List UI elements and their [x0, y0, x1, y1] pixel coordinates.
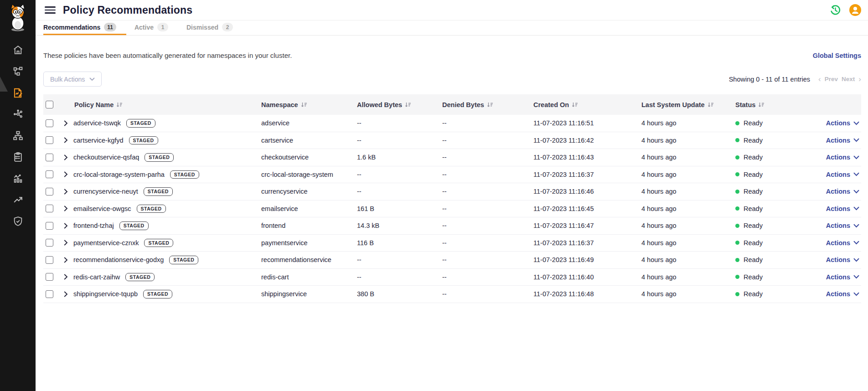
policy-name[interactable]: adservice-tswqk — [73, 119, 121, 127]
status-dot — [735, 121, 739, 125]
sort-icon[interactable] — [405, 102, 411, 108]
row-checkbox[interactable] — [46, 256, 53, 264]
sort-icon[interactable] — [758, 102, 765, 108]
table-row: currencyservice-neuyt STAGED currencyser… — [43, 183, 861, 201]
chevron-right-icon[interactable]: › — [858, 75, 861, 83]
policy-name[interactable]: redis-cart-zaihw — [73, 273, 120, 281]
last-update-cell: 4 hours ago — [641, 188, 735, 195]
status-cell: Ready — [735, 119, 816, 127]
row-checkbox[interactable] — [46, 119, 53, 127]
select-all-checkbox[interactable] — [46, 101, 53, 108]
sidebar-item-metrics[interactable] — [0, 168, 36, 189]
chevron-right-icon[interactable] — [64, 274, 68, 280]
chevron-right-icon[interactable] — [64, 223, 68, 229]
policy-name[interactable]: shippingservice-tqupb — [73, 290, 138, 298]
staged-badge: STAGED — [144, 239, 173, 247]
row-checkbox[interactable] — [46, 188, 53, 196]
sidebar-item-home[interactable] — [0, 39, 36, 61]
policy-name[interactable]: currencyservice-neuyt — [73, 188, 138, 195]
column-header-created-on[interactable]: Created On — [533, 101, 641, 108]
row-checkbox[interactable] — [46, 239, 53, 247]
chevron-right-icon[interactable] — [64, 291, 68, 297]
row-checkbox[interactable] — [46, 290, 53, 298]
sort-icon[interactable] — [116, 102, 123, 108]
row-checkbox[interactable] — [46, 273, 53, 281]
policy-name[interactable]: frontend-tzhaj — [73, 222, 114, 229]
actions-dropdown[interactable]: Actions — [816, 256, 861, 263]
row-checkbox[interactable] — [46, 170, 53, 178]
namespace-cell: recommendationservice — [261, 256, 357, 263]
main-area: Policy Recommendations Recommendations — [36, 0, 868, 391]
chevron-right-icon[interactable] — [64, 137, 68, 143]
tab-recommendations[interactable]: Recommendations 11 — [43, 21, 126, 35]
sort-icon[interactable] — [487, 102, 493, 108]
actions-dropdown[interactable]: Actions — [816, 273, 861, 281]
prev-button[interactable]: Prev — [825, 76, 838, 82]
actions-dropdown[interactable]: Actions — [816, 188, 861, 195]
row-checkbox[interactable] — [46, 222, 53, 230]
chevron-right-icon[interactable] — [64, 240, 68, 246]
policy-name[interactable]: checkoutservice-qsfaq — [73, 154, 139, 161]
sort-icon[interactable] — [572, 102, 578, 108]
sidebar-item-trending[interactable] — [0, 189, 36, 211]
column-header-denied-bytes[interactable]: Denied Bytes — [442, 101, 533, 108]
policy-name[interactable]: cartservice-kgfyd — [73, 137, 124, 144]
actions-dropdown[interactable]: Actions — [816, 290, 861, 298]
chevron-right-icon[interactable] — [64, 154, 68, 160]
row-checkbox[interactable] — [46, 205, 53, 212]
tab-dismissed[interactable]: Dismissed 2 — [186, 21, 243, 35]
sort-icon[interactable] — [301, 102, 307, 108]
allowed-bytes-cell: -- — [357, 137, 442, 144]
policy-name[interactable]: recommendationservice-godxg — [73, 256, 164, 263]
column-header-namespace[interactable]: Namespace — [261, 101, 357, 108]
sidebar-item-clipboard[interactable] — [0, 146, 36, 168]
top-header: Policy Recommendations — [36, 0, 868, 21]
namespace-cell: adservice — [261, 119, 357, 127]
hamburger-menu-icon[interactable] — [45, 6, 56, 14]
actions-dropdown[interactable]: Actions — [816, 239, 861, 247]
chevron-right-icon[interactable] — [64, 171, 68, 177]
actions-dropdown[interactable]: Actions — [816, 154, 861, 161]
chevron-right-icon[interactable] — [64, 206, 68, 211]
row-checkbox[interactable] — [46, 154, 53, 161]
actions-dropdown[interactable]: Actions — [816, 171, 861, 178]
sort-icon[interactable] — [708, 102, 714, 108]
chevron-down-icon — [853, 138, 859, 142]
namespace-cell: checkoutservice — [261, 154, 357, 161]
status-dot — [735, 155, 739, 159]
denied-bytes-cell: -- — [442, 273, 533, 281]
actions-dropdown[interactable]: Actions — [816, 222, 861, 229]
allowed-bytes-cell: -- — [357, 119, 442, 127]
global-settings-link[interactable]: Global Settings — [813, 52, 861, 59]
status-dot — [735, 172, 739, 176]
policy-name[interactable]: crc-local-storage-system-parha — [73, 171, 165, 178]
chevron-right-icon[interactable] — [64, 257, 68, 263]
column-header-allowed-bytes[interactable]: Allowed Bytes — [357, 101, 442, 108]
namespace-cell: frontend — [261, 222, 357, 229]
column-header-policy-name[interactable]: Policy Name — [64, 101, 261, 108]
created-on-cell: 11-07-2023 11:16:40 — [533, 273, 641, 281]
policy-name[interactable]: emailservice-owgsc — [73, 205, 131, 212]
showing-entries-text: Showing 0 - 11 of 11 entries — [729, 76, 810, 83]
policies-table: Policy Name Namespace Allowed Bytes Deni… — [43, 94, 861, 303]
actions-dropdown[interactable]: Actions — [816, 137, 861, 144]
bulk-actions-button[interactable]: Bulk Actions — [43, 72, 102, 87]
sidebar-item-compliance[interactable] — [0, 211, 36, 232]
actions-dropdown[interactable]: Actions — [816, 205, 861, 212]
history-icon[interactable] — [829, 4, 842, 16]
next-button[interactable]: Next — [842, 76, 855, 82]
sidebar-item-sitemap[interactable] — [0, 125, 36, 146]
cat-mascot-logo[interactable] — [0, 0, 36, 36]
row-checkbox[interactable] — [46, 136, 53, 144]
column-header-last-system-update[interactable]: Last System Update — [641, 101, 735, 108]
actions-dropdown[interactable]: Actions — [816, 119, 861, 127]
home-icon — [12, 44, 24, 56]
tab-active[interactable]: Active 1 — [134, 21, 178, 35]
chevron-left-icon[interactable]: ‹ — [818, 75, 821, 83]
chevron-right-icon[interactable] — [64, 189, 68, 195]
sidebar-item-network-graph[interactable] — [0, 103, 36, 125]
chevron-right-icon[interactable] — [64, 120, 68, 126]
column-header-status[interactable]: Status — [735, 101, 816, 108]
policy-name[interactable]: paymentservice-cznxk — [73, 239, 139, 247]
user-avatar-icon[interactable] — [849, 4, 862, 16]
